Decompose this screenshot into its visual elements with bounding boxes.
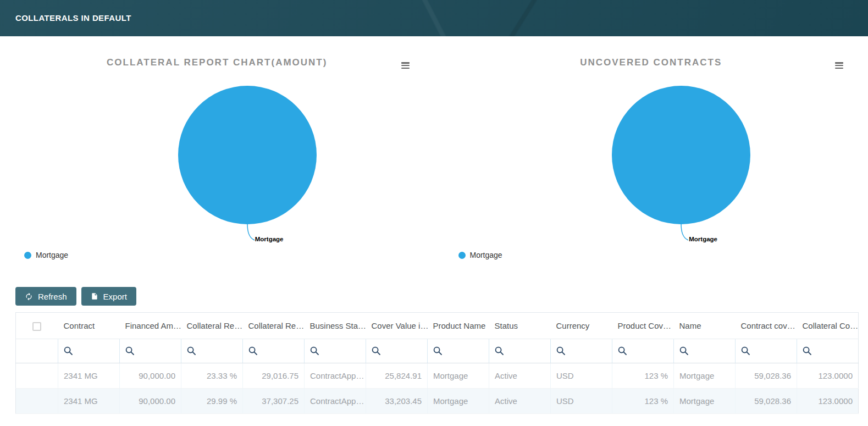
export-button[interactable]: Export: [81, 287, 136, 306]
table-cell: 23.33 %: [181, 363, 243, 389]
grid-body: 2341 MG90,000.0023.33 %29,016.75Contract…: [16, 363, 859, 414]
column-header[interactable]: Financed Am…: [120, 313, 181, 339]
column-header[interactable]: Business Sta…: [305, 313, 366, 339]
legend-label: Mortgage: [36, 251, 68, 259]
table-cell: 123 %: [612, 389, 674, 414]
legend-marker-icon: [24, 252, 31, 259]
table-cell: 29,016.75: [243, 363, 305, 389]
hamburger-icon: [835, 62, 843, 69]
select-all-cell: [16, 313, 58, 339]
hamburger-icon: [401, 62, 410, 69]
table-cell: 90,000.00: [120, 389, 181, 414]
chart-title: COLLATERAL REPORT CHART(AMOUNT): [0, 57, 434, 68]
table-cell: 37,307.25: [243, 389, 305, 414]
legend: Mortgage: [458, 251, 502, 261]
table-cell: ContractApp…: [305, 363, 366, 389]
charts-row: COLLATERAL REPORT CHART(AMOUNT) Mortgage…: [0, 36, 868, 278]
table-cell: 29.99 %: [181, 389, 243, 414]
pie-slice-mortgage[interactable]: [178, 86, 317, 224]
filter-cell[interactable]: [551, 339, 612, 363]
filter-cell[interactable]: [489, 339, 551, 363]
filter-cell[interactable]: [243, 339, 305, 363]
table-cell: 25,824.91: [366, 363, 428, 389]
row-select-cell[interactable]: [16, 363, 58, 389]
legend-label: Mortgage: [470, 251, 502, 259]
table-cell: Mortgage: [674, 389, 736, 414]
search-icon: [125, 346, 135, 356]
table-cell: 2341 MG: [58, 389, 120, 414]
refresh-button[interactable]: Refresh: [15, 287, 76, 306]
legend-item[interactable]: Mortgage: [24, 251, 68, 259]
export-label: Export: [103, 292, 127, 301]
legend-item[interactable]: Mortgage: [458, 251, 502, 259]
filter-cell[interactable]: [120, 339, 181, 363]
search-icon: [187, 346, 196, 356]
page-title: COLLATERALS IN DEFAULT: [0, 0, 868, 36]
column-header[interactable]: Status: [489, 313, 551, 339]
column-header[interactable]: Collateral Re…: [243, 313, 305, 339]
table-cell: 33,203.45: [366, 389, 428, 414]
table-cell: USD: [551, 363, 612, 389]
table-cell: 59,028.36: [736, 389, 797, 414]
toolbar: Refresh Export: [15, 287, 868, 306]
column-header[interactable]: Collateral Re…: [181, 313, 243, 339]
column-header[interactable]: Product Cov…: [612, 313, 674, 339]
search-icon: [618, 346, 627, 356]
filter-cell[interactable]: [797, 339, 859, 363]
chart-menu-button[interactable]: [833, 59, 845, 71]
column-header[interactable]: Contract cov…: [736, 313, 797, 339]
table-cell: 59,028.36: [736, 363, 797, 389]
export-icon: [91, 292, 98, 300]
search-icon: [741, 346, 750, 356]
column-header[interactable]: Contract: [58, 313, 120, 339]
table-cell: Mortgage: [428, 363, 489, 389]
filter-cell-empty: [16, 339, 58, 363]
pie-data-label: Mortgage: [255, 236, 284, 242]
filter-cell[interactable]: [305, 339, 366, 363]
refresh-label: Refresh: [38, 292, 67, 301]
filter-cell[interactable]: [428, 339, 489, 363]
chart-menu-button[interactable]: [400, 59, 411, 71]
row-select-cell[interactable]: [16, 389, 58, 414]
grid-filter-row: [16, 339, 859, 363]
legend-marker-icon: [458, 252, 466, 259]
table-cell: Active: [489, 389, 551, 414]
table-row[interactable]: 2341 MG90,000.0029.99 %37,307.25Contract…: [16, 389, 859, 414]
table-cell: 123 %: [612, 363, 674, 389]
search-icon: [556, 346, 566, 356]
search-icon: [372, 346, 381, 356]
search-icon: [495, 346, 504, 356]
grid-header-row: ContractFinanced Am…Collateral Re…Collat…: [16, 313, 859, 339]
table-row[interactable]: 2341 MG90,000.0023.33 %29,016.75Contract…: [16, 363, 859, 389]
filter-cell[interactable]: [674, 339, 736, 363]
filter-cell[interactable]: [736, 339, 797, 363]
refresh-icon: [25, 292, 33, 301]
table-cell: 123.0000: [797, 389, 859, 414]
chart-panel-collateral-report: COLLATERAL REPORT CHART(AMOUNT) Mortgage…: [0, 36, 434, 278]
filter-cell[interactable]: [612, 339, 674, 363]
table-cell: USD: [551, 389, 612, 414]
filter-cell[interactable]: [366, 339, 428, 363]
pie-data-label: Mortgage: [689, 236, 717, 242]
table-cell: Mortgage: [428, 389, 489, 414]
filter-cell[interactable]: [181, 339, 243, 363]
search-icon: [310, 346, 319, 356]
filter-cell[interactable]: [58, 339, 120, 363]
chart-title: UNCOVERED CONTRACTS: [434, 57, 868, 68]
column-header[interactable]: Collateral Co…: [797, 313, 859, 339]
pie-slice-mortgage[interactable]: [612, 86, 750, 224]
column-header[interactable]: Product Name: [428, 313, 489, 339]
table-cell: 2341 MG: [58, 363, 120, 389]
select-all-checkbox[interactable]: [32, 322, 41, 331]
search-icon: [679, 346, 689, 356]
search-icon: [433, 346, 443, 356]
chart-panel-uncovered-contracts: UNCOVERED CONTRACTS Mortgage Mortgage: [434, 36, 868, 278]
table-cell: Mortgage: [674, 363, 736, 389]
search-icon: [248, 346, 258, 356]
table-cell: 90,000.00: [120, 363, 181, 389]
column-header[interactable]: Name: [674, 313, 736, 339]
column-header[interactable]: Cover Value i…: [366, 313, 428, 339]
app-header: COLLATERALS IN DEFAULT: [0, 0, 868, 36]
table-cell: ContractApp…: [305, 389, 366, 414]
column-header[interactable]: Currency: [551, 313, 612, 339]
